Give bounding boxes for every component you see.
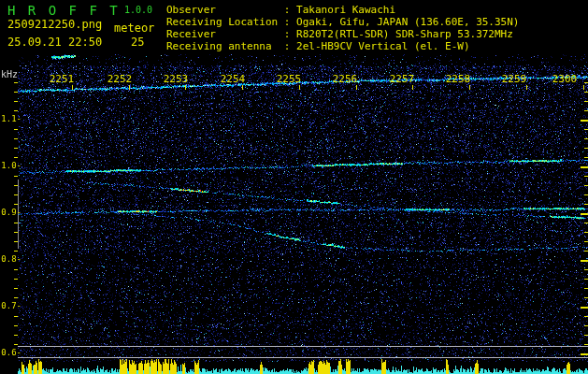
- time-tick-label: 2256: [332, 74, 358, 84]
- mode-label: meteor: [114, 22, 154, 34]
- freq-tick-label: 0.8-: [0, 255, 22, 264]
- spectrogram-canvas: [0, 0, 588, 374]
- datetime-label: 25.09.21 22:50: [7, 36, 102, 48]
- time-tick-label: 2251: [49, 74, 75, 84]
- time-tick-label: 2254: [220, 74, 246, 84]
- app-title: H R O F F T: [7, 4, 120, 17]
- time-tick-label: 2257: [389, 74, 415, 84]
- station-info-row: Receiver : R820T2(RTL-SDR) SDR-Sharp 53.…: [166, 29, 513, 39]
- freq-tick-label: 1.1-: [0, 115, 22, 123]
- station-info-row: Observer : Takanori Kawachi: [166, 5, 395, 15]
- time-tick-label: 2255: [276, 74, 302, 84]
- time-tick-label: 2259: [501, 74, 527, 84]
- app-version: 1.0.0: [124, 6, 152, 15]
- station-info-row: Receiving Location : Ogaki, Gifu, JAPAN …: [166, 17, 520, 27]
- echo-count: 25: [131, 36, 144, 48]
- freq-axis-unit: kHz: [1, 70, 18, 79]
- output-filename: 2509212250.png: [7, 19, 102, 30]
- time-tick-label: 2252: [107, 74, 133, 84]
- time-tick-label: 2258: [445, 74, 471, 84]
- station-info-row: Receiving antenna : 2el-HB9CV Vertical (…: [166, 41, 470, 51]
- freq-tick-label: 0.9-: [0, 209, 22, 217]
- freq-tick-label: 0.7-: [0, 302, 22, 310]
- time-tick-label: 2300: [552, 74, 578, 84]
- time-tick-label: 2253: [163, 74, 189, 84]
- freq-tick-label: 1.0-: [0, 162, 22, 170]
- freq-tick-label: 0.6-: [0, 349, 22, 357]
- hrofft-window: H R O F F T 1.0.0 2509212250.png meteor …: [0, 0, 588, 374]
